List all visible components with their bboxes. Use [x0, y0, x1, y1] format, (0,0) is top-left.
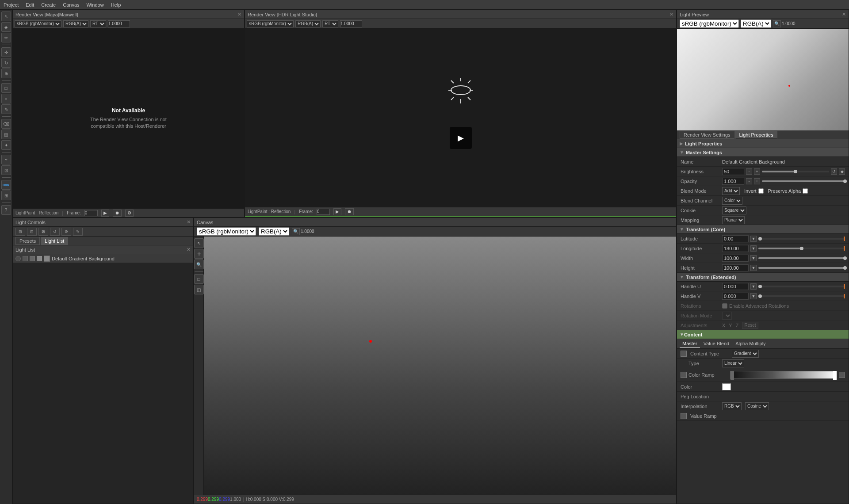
toolbar-box-icon[interactable]: □	[1, 83, 11, 93]
invert-checkbox[interactable]	[758, 188, 764, 194]
light-controls-close[interactable]: ✕	[187, 219, 191, 225]
interpolation-select-1[interactable]: RGB	[722, 402, 742, 410]
hdr-play-button[interactable]	[450, 127, 472, 149]
color-ramp-end-btn[interactable]	[839, 372, 845, 378]
play-btn-left[interactable]: ▶	[101, 210, 109, 217]
preview-channel[interactable]: RGB(A)	[741, 19, 771, 28]
canvas-tool-1[interactable]: ↖	[194, 238, 204, 248]
menu-window[interactable]: Window	[87, 2, 104, 8]
height-down[interactable]: ▼	[750, 265, 757, 271]
record-btn-right[interactable]: ⏺	[345, 208, 354, 215]
transform-ext-toggle[interactable]: ▼	[680, 275, 684, 279]
zoom-out-btn[interactable]: 🔍	[292, 228, 300, 235]
canvas-tool-5[interactable]: ◫	[194, 285, 204, 294]
width-down[interactable]: ▼	[750, 255, 757, 261]
color-swatch-prop[interactable]	[722, 383, 731, 390]
interpolation-select-2[interactable]: Cosine	[745, 402, 769, 410]
content-tab-alpha-multiply[interactable]: Alpha Multiply	[733, 340, 768, 347]
tab-presets[interactable]: Presets	[15, 237, 40, 245]
opacity-increase[interactable]: +	[754, 178, 760, 184]
canvas-tool-4[interactable]: □	[194, 274, 204, 284]
record-btn-left[interactable]: ⏺	[113, 210, 122, 217]
brightness-increase[interactable]: +	[754, 168, 760, 175]
width-slider[interactable]	[758, 257, 845, 259]
settings-btn-left[interactable]: ⚙	[125, 210, 134, 217]
content-type-select[interactable]: Gradient	[732, 350, 759, 358]
toolbar-select-icon[interactable]: ◈	[1, 22, 11, 32]
width-input[interactable]	[722, 255, 749, 262]
content-section-toggle[interactable]: ▼	[680, 332, 684, 337]
canvas-tool-2[interactable]: ✛	[194, 249, 204, 259]
toolbar-node-icon[interactable]: ⊞	[1, 191, 11, 200]
tab-light-list[interactable]: Light List	[41, 237, 68, 245]
master-settings-toggle[interactable]: ▼	[680, 150, 684, 155]
toolbar-paint-icon[interactable]: ✏	[1, 33, 11, 42]
latitude-input[interactable]	[722, 235, 749, 242]
opacity-slider[interactable]	[762, 180, 845, 182]
zoom-input-right[interactable]	[340, 20, 362, 27]
tab-light-properties[interactable]: Light Properties	[735, 131, 777, 139]
render-mode-select-right[interactable]: RT	[322, 20, 338, 27]
toolbar-crop-icon[interactable]: ⊡	[1, 165, 11, 175]
toolbar-arrow-icon[interactable]: ↖	[1, 11, 11, 21]
render-view-left-close[interactable]: ✕	[237, 11, 241, 17]
brightness-keyframe[interactable]: ◆	[839, 168, 845, 175]
light-preview-close[interactable]: ✕	[842, 11, 846, 17]
handle-v-slider[interactable]	[758, 295, 845, 297]
canvas-color-profile[interactable]: sRGB (rgbMonitor)	[197, 227, 256, 236]
lon-down[interactable]: ▼	[750, 245, 757, 252]
toolbar-help-icon[interactable]: ?	[1, 205, 11, 215]
color-ramp-handle-left[interactable]	[730, 371, 734, 380]
preserve-alpha-checkbox[interactable]	[803, 188, 808, 194]
height-input[interactable]	[722, 264, 749, 271]
menu-create[interactable]: Create	[41, 2, 56, 8]
toolbar-hdr-icon[interactable]: HDR	[1, 180, 11, 190]
longitude-input[interactable]	[722, 245, 749, 252]
render-view-right-close[interactable]: ✕	[669, 11, 673, 17]
menu-help[interactable]: Help	[111, 2, 121, 8]
brightness-reset[interactable]: ↺	[831, 168, 837, 175]
light-list-close[interactable]: ✕	[187, 247, 191, 252]
opacity-input[interactable]	[722, 178, 744, 185]
lc-btn-3[interactable]: ⊠	[38, 228, 48, 236]
preview-color-profile[interactable]: sRGB (rgbMonitor)	[680, 19, 739, 28]
channel-select-right[interactable]: RGB(A)	[295, 20, 321, 27]
color-ramp-bar[interactable]	[730, 371, 837, 379]
color-ramp-handle-right[interactable]	[833, 371, 837, 380]
menu-project[interactable]: Project	[4, 2, 19, 8]
lc-btn-1[interactable]: ⊞	[15, 228, 25, 236]
frame-input-right[interactable]	[317, 209, 330, 215]
hu-down[interactable]: ▼	[750, 283, 757, 290]
toolbar-fill-icon[interactable]: ▨	[1, 130, 11, 139]
render-mode-select-left[interactable]: RT	[90, 20, 106, 27]
play-btn-right[interactable]: ▶	[333, 208, 341, 215]
brightness-input[interactable]	[722, 168, 744, 175]
opacity-decrease[interactable]: -	[746, 178, 752, 184]
height-slider[interactable]	[758, 267, 845, 269]
lc-btn-4[interactable]: ↺	[50, 228, 60, 236]
mapping-select[interactable]: Planar	[722, 216, 745, 224]
blend-channel-select[interactable]: Color	[722, 197, 742, 205]
color-profile-select-left[interactable]: sRGB (rgbMonitor)	[15, 20, 61, 27]
toolbar-eyedrop-icon[interactable]: ✦	[1, 140, 11, 150]
toolbar-lasso-icon[interactable]: ⌖	[1, 155, 11, 164]
frame-input-left[interactable]	[84, 210, 98, 216]
latitude-slider[interactable]	[758, 238, 845, 240]
toolbar-circle-icon[interactable]: ○	[1, 94, 11, 103]
content-tab-value-blend[interactable]: Value Blend	[701, 340, 732, 347]
color-profile-select-right[interactable]: sRGB (rgbMonitor)	[247, 20, 294, 27]
zoom-input-left[interactable]	[108, 20, 130, 27]
handle-u-input[interactable]	[722, 283, 749, 290]
lc-btn-6[interactable]: ✎	[73, 228, 83, 236]
cookie-select[interactable]: Square	[722, 206, 746, 214]
menu-canvas[interactable]: Canvas	[63, 2, 79, 8]
canvas-channel[interactable]: RGB(A)	[259, 227, 289, 236]
transform-core-toggle[interactable]: ▼	[680, 227, 684, 232]
toolbar-scale-icon[interactable]: ⊕	[1, 69, 11, 78]
preview-zoom-btn[interactable]: 🔍	[773, 20, 781, 27]
brightness-slider[interactable]	[762, 171, 829, 172]
hv-down[interactable]: ▼	[750, 293, 757, 299]
toolbar-rotate-icon[interactable]: ↻	[1, 58, 11, 68]
handle-u-slider[interactable]	[758, 286, 845, 287]
content-tab-master[interactable]: Master	[680, 340, 700, 347]
